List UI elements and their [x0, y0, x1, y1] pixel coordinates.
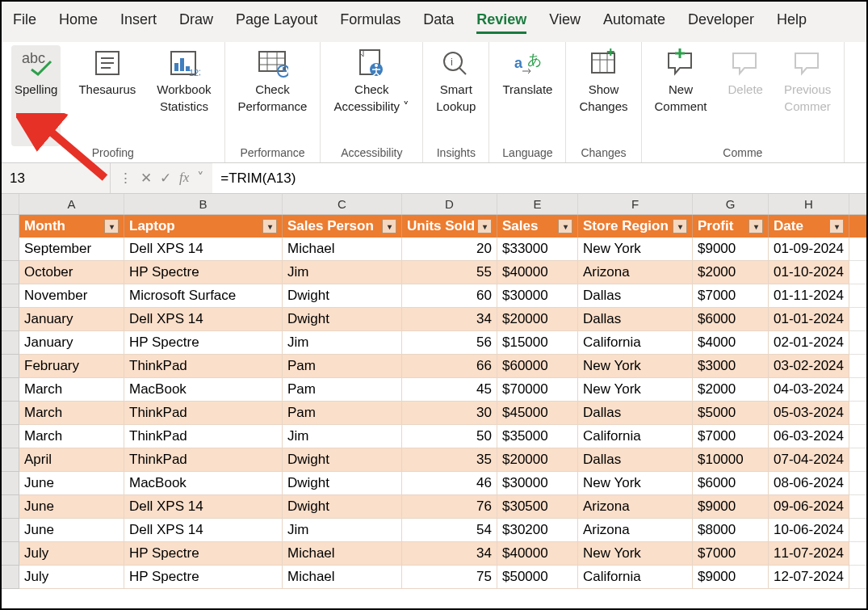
cancel-icon[interactable]: ✕	[140, 170, 152, 187]
data-cell[interactable]: Dwight	[283, 448, 402, 472]
data-cell[interactable]: $9000	[693, 566, 769, 589]
data-cell[interactable]: July	[19, 566, 124, 589]
data-cell[interactable]: $3000	[693, 355, 769, 378]
data-cell[interactable]: Michael	[283, 238, 402, 261]
data-cell[interactable]: 01-11-2024	[769, 284, 849, 308]
data-cell[interactable]: 01-01-2024	[769, 308, 849, 331]
data-cell[interactable]: 01-10-2024	[769, 261, 849, 284]
data-cell[interactable]: ThinkPad	[124, 402, 283, 425]
overflow-cell[interactable]	[849, 495, 867, 519]
data-cell[interactable]: 76	[402, 495, 497, 519]
chevron-down-icon[interactable]: ˅	[197, 170, 204, 187]
data-cell[interactable]: $9000	[693, 495, 769, 519]
menu-tab-formulas[interactable]: Formulas	[340, 11, 400, 34]
header-cell-laptop[interactable]: Laptop▾	[124, 215, 283, 238]
data-cell[interactable]: Michael	[283, 542, 402, 566]
data-cell[interactable]: 34	[402, 542, 497, 566]
overflow-cell[interactable]	[849, 566, 867, 589]
data-cell[interactable]: $6000	[693, 472, 769, 495]
filter-dropdown-icon[interactable]: ▾	[104, 219, 119, 233]
data-cell[interactable]: Dallas	[578, 402, 693, 425]
data-cell[interactable]: New York	[578, 542, 693, 566]
data-cell[interactable]: Dallas	[578, 448, 693, 472]
data-cell[interactable]: $9000	[693, 238, 769, 261]
data-cell[interactable]: Dell XPS 14	[124, 308, 283, 331]
row-number[interactable]	[2, 495, 19, 519]
data-cell[interactable]: $40000	[497, 542, 578, 566]
data-cell[interactable]: June	[19, 472, 124, 495]
filter-dropdown-icon[interactable]: ▾	[477, 219, 492, 233]
header-cell-sales[interactable]: Sales▾	[497, 215, 578, 238]
formula-input[interactable]	[212, 163, 866, 193]
column-header-F[interactable]: F	[578, 194, 693, 214]
menu-tab-page-layout[interactable]: Page Layout	[236, 11, 317, 34]
filter-dropdown-icon[interactable]: ▾	[558, 219, 572, 233]
data-cell[interactable]: ThinkPad	[124, 448, 283, 472]
filter-dropdown-icon[interactable]: ▾	[748, 219, 763, 233]
row-number[interactable]	[2, 355, 19, 378]
row-number[interactable]	[2, 238, 19, 261]
data-cell[interactable]: $20000	[497, 308, 578, 331]
data-cell[interactable]: 04-03-2024	[769, 378, 849, 402]
data-cell[interactable]: HP Spectre	[124, 331, 283, 355]
menu-tab-data[interactable]: Data	[423, 11, 454, 34]
data-cell[interactable]: $30500	[497, 495, 578, 519]
data-cell[interactable]: 05-03-2024	[769, 402, 849, 425]
data-cell[interactable]: 11-07-2024	[769, 542, 849, 566]
data-cell[interactable]: 10-06-2024	[769, 519, 849, 542]
data-cell[interactable]: Arizona	[578, 519, 693, 542]
overflow-cell[interactable]	[849, 425, 867, 448]
data-cell[interactable]: 45	[402, 378, 497, 402]
data-cell[interactable]: Jim	[283, 331, 402, 355]
row-number[interactable]	[2, 566, 19, 589]
menu-tab-view[interactable]: View	[549, 11, 581, 34]
data-cell[interactable]: $4000	[693, 331, 769, 355]
header-cell-store-region[interactable]: Store Region▾	[578, 215, 693, 238]
data-cell[interactable]: California	[578, 331, 693, 355]
filter-dropdown-icon[interactable]: ▾	[262, 219, 277, 233]
data-cell[interactable]: Jim	[283, 519, 402, 542]
column-header-B[interactable]: B	[124, 194, 283, 214]
data-cell[interactable]: 50	[402, 425, 497, 448]
data-cell[interactable]: 01-09-2024	[769, 238, 849, 261]
column-header-E[interactable]: E	[497, 194, 578, 214]
filter-dropdown-icon[interactable]: ▾	[829, 219, 844, 233]
data-cell[interactable]: 75	[402, 566, 497, 589]
check-accessibility-button[interactable]: CheckAccessibility ˅	[330, 45, 413, 146]
data-cell[interactable]: Pam	[283, 378, 402, 402]
workbook-stats-button[interactable]: 123WorkbookStatistics	[153, 45, 214, 146]
data-cell[interactable]: 06-03-2024	[769, 425, 849, 448]
row-number[interactable]	[2, 425, 19, 448]
data-cell[interactable]: $35000	[497, 425, 578, 448]
data-cell[interactable]: $2000	[693, 378, 769, 402]
row-number[interactable]	[2, 472, 19, 495]
data-cell[interactable]: March	[19, 378, 124, 402]
data-cell[interactable]: $30000	[497, 284, 578, 308]
row-number[interactable]	[2, 261, 19, 284]
overflow-cell[interactable]	[849, 448, 867, 472]
fx-icon[interactable]: fx	[179, 170, 189, 187]
data-cell[interactable]: February	[19, 355, 124, 378]
data-cell[interactable]: Pam	[283, 402, 402, 425]
data-cell[interactable]: Dallas	[578, 284, 693, 308]
row-number[interactable]	[2, 308, 19, 331]
previous-comment-button[interactable]: PreviousCommer	[781, 45, 834, 146]
overflow-cell[interactable]	[849, 308, 867, 331]
header-cell-units-sold[interactable]: Units Sold▾	[402, 215, 497, 238]
data-cell[interactable]: New York	[578, 238, 693, 261]
data-cell[interactable]: MacBook	[124, 378, 283, 402]
header-cell-date[interactable]: Date▾	[769, 215, 849, 238]
data-cell[interactable]: $15000	[497, 331, 578, 355]
overflow-cell[interactable]	[849, 284, 867, 308]
menu-tab-file[interactable]: File	[13, 11, 36, 34]
data-cell[interactable]: Dwight	[283, 495, 402, 519]
header-cell-profit[interactable]: Profit▾	[693, 215, 769, 238]
data-cell[interactable]: Arizona	[578, 495, 693, 519]
data-cell[interactable]: Dwight	[283, 284, 402, 308]
data-cell[interactable]: 03-02-2024	[769, 355, 849, 378]
column-header-G[interactable]: G	[693, 194, 769, 214]
data-cell[interactable]: 60	[402, 284, 497, 308]
data-cell[interactable]: $45000	[497, 402, 578, 425]
chevron-down-icon[interactable]: ˅	[94, 170, 102, 187]
data-cell[interactable]: April	[19, 448, 124, 472]
